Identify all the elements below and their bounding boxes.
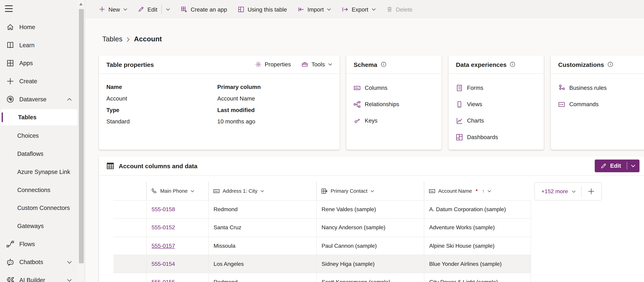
row-select-cell[interactable] <box>114 237 146 255</box>
breadcrumb-tables-link[interactable]: Tables <box>102 35 122 44</box>
primary-contact-cell[interactable]: Paul Cannon (sample) <box>316 237 424 255</box>
info-icon[interactable] <box>510 62 516 67</box>
column-header-primary-contact[interactable]: Primary Contact <box>316 182 424 200</box>
charts-link[interactable]: Charts <box>448 112 544 129</box>
tools-button[interactable]: Tools <box>302 61 332 68</box>
sidebar-item-label: Chatbots <box>19 259 43 265</box>
delete-button[interactable]: Delete <box>386 6 412 12</box>
sidebar-item-learn[interactable]: Learn <box>0 37 78 53</box>
scrollbar-up-arrow-icon[interactable] <box>79 3 82 5</box>
button-divider <box>627 162 627 169</box>
business-rules-link[interactable]: Business rules <box>551 80 644 96</box>
edit-button[interactable]: Edit <box>138 6 158 12</box>
table-row[interactable]: 555-0155 Redmond Scott Konersmann (sampl… <box>114 273 531 282</box>
account-name-cell[interactable]: City Power & Light (sample) <box>424 273 531 282</box>
account-name-cell[interactable]: Adventure Works (sample) <box>424 218 531 237</box>
primary-contact-cell[interactable]: Nancy Anderson (sample) <box>316 218 424 237</box>
city-cell[interactable]: Santa Cruz <box>208 218 316 237</box>
delete-label: Delete <box>396 6 412 12</box>
chevron-down-icon <box>260 190 264 192</box>
primary-contact-cell[interactable]: Scott Konersmann (sample) <box>316 273 424 282</box>
book-icon <box>6 41 14 49</box>
edit-dropdown-button[interactable] <box>166 8 170 10</box>
toolbox-icon <box>302 61 308 68</box>
sidebar-item-chatbots[interactable]: Chatbots <box>0 254 78 270</box>
phone-link[interactable]: 555-0152 <box>152 225 175 231</box>
scrollbar-thumb[interactable] <box>79 9 84 263</box>
sidebar-item-ai-builder[interactable]: AI Builder <box>0 272 78 282</box>
column-header-account-name[interactable]: Abc Account Name * ↑ <box>424 182 531 200</box>
create-an-app-button[interactable]: Create an app <box>181 6 227 12</box>
primary-contact-cell[interactable]: Rene Valdes (sample) <box>316 200 424 218</box>
column-header-main-phone[interactable]: Main Phone <box>146 182 208 200</box>
relationships-link[interactable]: Relationships <box>346 96 442 112</box>
sidebar-item-connections[interactable]: Connections <box>0 182 78 198</box>
row-select-cell[interactable] <box>114 218 146 237</box>
sidebar-item-gateways[interactable]: Gateways <box>0 218 78 234</box>
table-row[interactable]: 555-0157 Missoula Paul Cannon (sample) A… <box>114 237 531 255</box>
sidebar-item-create[interactable]: Create <box>0 73 78 89</box>
primary-contact-cell[interactable]: Sidney Higa (sample) <box>316 255 424 273</box>
account-name-cell[interactable]: Blue Yonder Airlines (sample) <box>424 255 531 273</box>
hamburger-menu-icon[interactable] <box>5 5 13 12</box>
import-label: Import <box>308 6 324 12</box>
table-row-hovered[interactable]: 555-0154 Los Angeles Sidney Higa (sample… <box>114 255 531 273</box>
properties-button[interactable]: Properties <box>255 61 291 68</box>
field-label-primary-column: Primary column <box>217 84 332 95</box>
using-this-table-button[interactable]: Using this table <box>238 6 287 12</box>
account-name-cell[interactable]: A. Datum Corporation (sample) <box>424 200 531 218</box>
table-properties-card: Table properties Properties Tools Name P… <box>99 55 340 150</box>
card-title: Data experiences <box>456 61 506 68</box>
sidebar-item-apps[interactable]: Apps <box>0 55 78 71</box>
sidebar-scrollbar[interactable] <box>78 0 84 282</box>
views-link[interactable]: Views <box>448 96 544 112</box>
city-cell[interactable]: Redmond <box>208 273 316 282</box>
field-value-name: Account <box>106 95 217 107</box>
info-icon[interactable] <box>607 62 613 67</box>
sidebar-item-home[interactable]: Home <box>0 19 78 35</box>
sidebar-item-tables[interactable]: Tables <box>1 109 77 126</box>
keys-link[interactable]: Keys <box>346 112 442 129</box>
row-select-cell[interactable] <box>114 255 146 273</box>
phone-link[interactable]: 555-0155 <box>152 279 175 282</box>
sidebar-item-custom-connectors[interactable]: Custom Connectors <box>0 200 78 216</box>
sidebar-item-azure-synapse-link[interactable]: Azure Synapse Link <box>0 163 78 180</box>
forms-link[interactable]: Forms <box>448 80 544 96</box>
phone-link[interactable]: 555-0157 <box>152 243 175 249</box>
field-label-name: Name <box>106 84 217 95</box>
field-value-type: Standard <box>106 118 217 130</box>
account-name-cell[interactable]: Alpine Ski House (sample) <box>424 237 531 255</box>
city-cell[interactable]: Missoula <box>208 237 316 255</box>
phone-link[interactable]: 555-0158 <box>152 206 175 213</box>
properties-label: Properties <box>265 61 291 68</box>
sidebar-item-label: Gateways <box>17 223 44 229</box>
table-row[interactable]: 555-0152 Santa Cruz Nancy Anderson (samp… <box>114 218 531 237</box>
dashboards-link[interactable]: Dashboards <box>448 129 544 145</box>
city-cell[interactable]: Los Angeles <box>208 255 316 273</box>
row-select-cell[interactable] <box>114 273 146 282</box>
export-button[interactable]: Export <box>342 6 376 12</box>
table-row[interactable]: 555-0158 Redmond Rene Valdes (sample) A.… <box>114 200 531 218</box>
column-header-label: Main Phone <box>160 188 188 194</box>
edit-table-button[interactable]: Edit <box>594 159 639 172</box>
new-button[interactable]: New <box>99 6 127 12</box>
sidebar-item-choices[interactable]: Choices <box>0 128 78 144</box>
sidebar-item-dataverse[interactable]: Dataverse <box>0 91 78 107</box>
more-columns-button[interactable]: +152 more <box>535 188 576 194</box>
add-column-button[interactable] <box>582 188 601 195</box>
sidebar-item-dataflows[interactable]: Dataflows <box>0 146 78 162</box>
city-cell[interactable]: Redmond <box>208 200 316 218</box>
sidebar-item-label: Azure Synapse Link <box>17 169 70 175</box>
chevron-down-icon <box>370 190 374 192</box>
info-icon[interactable] <box>380 62 386 67</box>
chevron-down-icon <box>190 190 194 192</box>
sidebar-item-flows[interactable]: Flows <box>0 236 78 252</box>
phone-link[interactable]: 555-0154 <box>152 261 175 267</box>
import-arrow-icon <box>298 6 304 12</box>
chevron-down-icon <box>631 164 635 167</box>
row-select-cell[interactable] <box>114 200 146 218</box>
column-header-address1-city[interactable]: Abc Address 1: City <box>208 182 316 200</box>
commands-link[interactable]: Commands <box>551 96 644 112</box>
columns-link[interactable]: Abc Columns <box>346 80 442 96</box>
import-button[interactable]: Import <box>298 6 331 12</box>
